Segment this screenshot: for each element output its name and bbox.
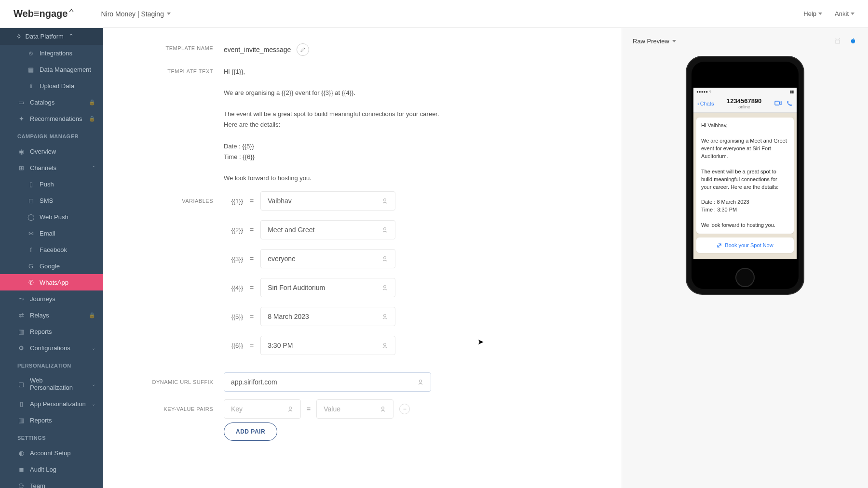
user-icon[interactable] — [381, 342, 388, 349]
svg-point-6 — [420, 380, 422, 382]
template-name-label: TEMPLATE NAME — [118, 40, 224, 51]
chevron-up-icon: ⌃ — [92, 165, 95, 171]
edit-template-name-button[interactable] — [297, 43, 309, 56]
add-pair-button[interactable]: ADD PAIR — [224, 422, 277, 441]
monitor-icon: ▢ — [17, 380, 25, 388]
sidebar-item-google[interactable]: GGoogle — [0, 258, 103, 274]
dynamic-url-input[interactable]: app.sirifort.com — [224, 372, 431, 392]
sidebar-header-personalization: PERSONALIZATION — [0, 356, 103, 372]
variable-key: {{2}} — [224, 226, 243, 234]
user-icon[interactable] — [381, 255, 388, 262]
svg-point-0 — [384, 199, 386, 201]
dynamic-url-label: DYNAMIC URL SUFFIX — [118, 372, 224, 385]
form-area: TEMPLATE NAME event_invite_message TEMPL… — [103, 28, 622, 488]
sidebar-item-configurations[interactable]: ⚙Configurations⌄ — [0, 340, 103, 356]
sidebar-item-whatsapp[interactable]: ✆WhatsApp — [0, 274, 103, 290]
user-menu[interactable]: Ankit — [835, 10, 854, 17]
sidebar-item-data-management[interactable]: ▤Data Management — [0, 61, 103, 78]
apple-icon[interactable] — [849, 37, 857, 45]
stack-icon: ▤ — [27, 66, 35, 73]
sidebar-group-data-platform[interactable]: ◊ Data Platform ⌃ — [0, 28, 103, 45]
chevron-down-icon: ⌄ — [92, 345, 95, 351]
sidebar-item-app-personalization[interactable]: ▯App Personalization⌄ — [0, 396, 103, 412]
template-text-value: Hi {{1}}, We are organising a {{2}} even… — [224, 64, 446, 184]
sidebar-item-web-personalization[interactable]: ▢Web Personalization⌄ — [0, 372, 103, 396]
equals-sign: = — [250, 313, 254, 320]
help-link[interactable]: Help — [803, 10, 822, 17]
variable-input[interactable]: 8 March 2023 — [260, 307, 395, 326]
gear-icon: ⚙ — [17, 344, 25, 352]
android-icon[interactable] — [833, 37, 842, 45]
voice-call-icon[interactable] — [786, 100, 793, 107]
globe-icon: ◯ — [27, 213, 35, 221]
phone-preview: ●●●●● ᯤ▮▮ ‹ Chats 1234567890 online — [686, 56, 804, 295]
user-icon[interactable] — [380, 406, 386, 412]
link-icon — [717, 243, 722, 248]
sidebar-item-journeys[interactable]: ⤳Journeys — [0, 290, 103, 307]
back-chats-button[interactable]: ‹ Chats — [697, 101, 714, 106]
variable-row: {{5}} = 8 March 2023 — [224, 307, 446, 326]
path-icon: ⤳ — [17, 295, 25, 303]
variable-input[interactable]: Vaibhav — [260, 191, 395, 211]
message-bubble: Hi Vaibhav, We are organising a Meet and… — [696, 118, 794, 234]
svg-point-4 — [384, 315, 386, 317]
equals-sign: = — [250, 226, 254, 234]
preview-toggle[interactable]: Raw Preview — [633, 38, 676, 45]
sidebar-item-webpush[interactable]: ◯Web Push — [0, 209, 103, 225]
top-bar: Web≡ngage Niro Money | Staging Help Anki… — [0, 0, 868, 28]
kv-key-input[interactable]: Key — [224, 399, 301, 419]
sidebar-item-reports[interactable]: ▥Reports — [0, 323, 103, 340]
remove-pair-button[interactable]: − — [399, 404, 410, 414]
kv-label: KEY-VALUE PAIRS — [118, 399, 224, 412]
chevron-down-icon: ⌄ — [92, 382, 95, 387]
kv-value-input[interactable]: Value — [316, 399, 393, 419]
log-icon: ≣ — [17, 465, 25, 473]
sidebar-item-email[interactable]: ✉Email — [0, 225, 103, 241]
equals-sign: = — [250, 342, 254, 349]
preview-area: Raw Preview ●●●●● ᯤ▮▮ — [622, 28, 868, 488]
variable-row: {{6}} = 3:30 PM — [224, 336, 446, 355]
sidebar-item-account-setup[interactable]: ◐Account Setup — [0, 445, 103, 461]
variable-key: {{5}} — [224, 313, 243, 320]
sidebar-item-channels[interactable]: ⊞Channels⌃ — [0, 159, 103, 176]
brand-logo: Web≡ngage — [14, 8, 74, 19]
sidebar-item-upload-data[interactable]: ⇧Upload Data — [0, 78, 103, 94]
home-button — [735, 268, 755, 287]
video-call-icon[interactable] — [774, 100, 782, 107]
cta-button[interactable]: Book your Spot Now — [696, 237, 794, 253]
sidebar-item-reports2[interactable]: ▥Reports — [0, 412, 103, 428]
sidebar: ◊ Data Platform ⌃ ⎋Integrations ▤Data Ma… — [0, 28, 103, 488]
variable-input[interactable]: Meet and Greet — [260, 220, 395, 239]
user-icon[interactable] — [287, 406, 294, 412]
user-icon[interactable] — [417, 379, 424, 385]
channels-icon: ⊞ — [17, 164, 25, 171]
svg-point-7 — [289, 407, 292, 409]
sidebar-item-overview[interactable]: ◉Overview — [0, 143, 103, 159]
eye-icon: ◉ — [17, 147, 25, 155]
workspace-selector[interactable]: Niro Money | Staging — [101, 10, 170, 18]
sidebar-item-integrations[interactable]: ⎋Integrations — [0, 45, 103, 61]
sidebar-header-campaign: CAMPAIGN MANAGER — [0, 127, 103, 143]
plug-icon: ⎋ — [27, 49, 35, 57]
sidebar-item-recommendations[interactable]: ✦Recommendations🔒 — [0, 110, 103, 127]
sidebar-item-relays[interactable]: ⇄Relays🔒 — [0, 307, 103, 323]
variable-input[interactable]: everyone — [260, 249, 395, 268]
user-icon[interactable] — [381, 198, 388, 204]
sidebar-item-team[interactable]: ⚇Team — [0, 477, 103, 488]
variable-key: {{1}} — [224, 198, 243, 205]
status-bar: ●●●●● ᯤ▮▮ — [693, 88, 797, 95]
chevron-down-icon — [167, 13, 171, 15]
variable-input[interactable]: 3:30 PM — [260, 336, 395, 355]
team-icon: ⚇ — [17, 482, 25, 488]
user-icon[interactable] — [381, 313, 388, 320]
user-icon[interactable] — [381, 226, 388, 233]
sidebar-item-audit-log[interactable]: ≣Audit Log — [0, 461, 103, 477]
sidebar-item-push[interactable]: ▯Push — [0, 176, 103, 192]
user-icon[interactable] — [381, 284, 388, 291]
sidebar-item-catalogs[interactable]: ▭Catalogs🔒 — [0, 94, 103, 110]
sidebar-item-sms[interactable]: ◻SMS — [0, 192, 103, 209]
sidebar-item-facebook[interactable]: fFacebook — [0, 241, 103, 258]
chevron-down-icon — [672, 40, 676, 42]
whatsapp-header: ‹ Chats 1234567890 online — [693, 95, 797, 113]
variable-input[interactable]: Siri Fort Auditorium — [260, 278, 395, 297]
